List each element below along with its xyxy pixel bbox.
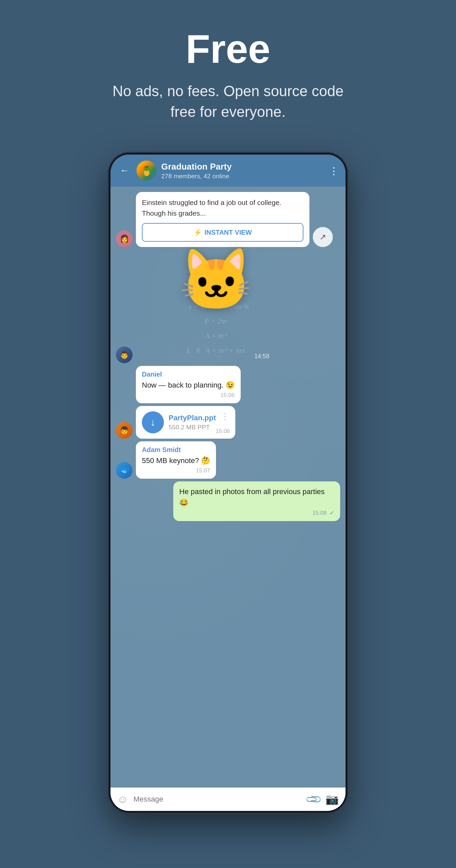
avatar-guy1: 👨 bbox=[116, 346, 132, 363]
back-button[interactable]: ← bbox=[117, 164, 132, 177]
cat-sticker: 🐱 bbox=[156, 250, 276, 310]
phone-screen: ← 🍍 Graduation Party 278 members, 42 onl… bbox=[111, 155, 345, 811]
adam-message-row: 🧢 Adam Smidt 550 MB keynote? 🤔 15:07 bbox=[116, 441, 340, 479]
message-check: ✓ bbox=[330, 510, 334, 516]
instant-view-label: INSTANT VIEW bbox=[205, 229, 252, 236]
avatar-guy3: 🧢 bbox=[116, 462, 132, 479]
download-icon: ↓ bbox=[151, 416, 156, 428]
avatar-guy2: 👦 bbox=[116, 422, 132, 439]
adam-time: 15:07 bbox=[142, 467, 210, 474]
file-message-row: 👦 ↓ PartyPlan.ppt 550.2 MB PPT ⋮ 15:06 bbox=[116, 406, 340, 439]
chat-header: ← 🍍 Graduation Party 278 members, 42 onl… bbox=[111, 155, 345, 187]
share-icon: ↗ bbox=[320, 232, 326, 242]
group-avatar-emoji: 🍍 bbox=[141, 165, 153, 176]
instant-view-row: 👩 Einstein struggled to find a job out o… bbox=[116, 192, 340, 247]
instant-view-card: Einstein struggled to find a job out of … bbox=[136, 192, 309, 247]
daniel-text: Now — back to planning. 😉 bbox=[142, 380, 235, 391]
daniel-message-row: Daniel Now — back to planning. 😉 15:06 bbox=[116, 366, 340, 403]
file-name: PartyPlan.ppt bbox=[169, 414, 216, 422]
avatar-girl: 👩 bbox=[116, 230, 132, 247]
phone-frame: ← 🍍 Graduation Party 278 members, 42 onl… bbox=[108, 152, 348, 814]
attach-button[interactable]: 📎 bbox=[304, 790, 323, 809]
phone-wrapper: ← 🍍 Graduation Party 278 members, 42 onl… bbox=[108, 152, 348, 814]
share-button[interactable]: ↗ bbox=[313, 227, 333, 247]
daniel-bubble: Daniel Now — back to planning. 😉 15:06 bbox=[136, 366, 241, 403]
group-name: Graduation Party bbox=[161, 162, 324, 172]
chat-body: 👩 Einstein struggled to find a job out o… bbox=[111, 187, 345, 787]
emoji-button[interactable]: ☺ bbox=[117, 793, 128, 806]
adam-sender: Adam Smidt bbox=[142, 446, 210, 454]
sticker-time: 14:58 bbox=[254, 353, 269, 360]
chat-header-info: Graduation Party 278 members, 42 online bbox=[161, 162, 324, 180]
outgoing-bubble: He pasted in photos from all previous pa… bbox=[173, 482, 340, 521]
chat-menu-button[interactable]: ⋮ bbox=[329, 165, 339, 177]
outgoing-message-row: He pasted in photos from all previous pa… bbox=[116, 482, 340, 521]
adam-text: 550 MB keynote? 🤔 bbox=[142, 455, 210, 466]
sticker-row: 👨 t = πr² A = ½ θ V = l³ s = √r² + h² ⅓π… bbox=[116, 250, 340, 363]
outgoing-time: 15:08 ✓ bbox=[179, 509, 334, 517]
hero-section: Free No ads, no fees. Open source code f… bbox=[85, 0, 371, 142]
camera-button[interactable]: 📷 bbox=[326, 793, 339, 806]
outgoing-text: He pasted in photos from all previous pa… bbox=[179, 486, 334, 508]
file-download-button[interactable]: ↓ bbox=[142, 411, 164, 433]
iv-text: Einstein struggled to find a job out of … bbox=[142, 197, 303, 218]
file-info: PartyPlan.ppt 550.2 MB PPT bbox=[169, 414, 216, 431]
file-size: 550.2 MB PPT bbox=[169, 424, 216, 431]
group-avatar: 🍍 bbox=[136, 161, 157, 181]
daniel-sender: Daniel bbox=[142, 371, 235, 378]
daniel-time: 15:06 bbox=[142, 392, 235, 399]
instant-view-button[interactable]: ⚡ INSTANT VIEW bbox=[142, 223, 303, 242]
file-bubble: ↓ PartyPlan.ppt 550.2 MB PPT ⋮ 15:06 bbox=[136, 406, 235, 439]
file-menu-button[interactable]: ⋮ bbox=[221, 411, 229, 422]
file-time: 15:06 bbox=[216, 428, 230, 435]
message-input[interactable] bbox=[133, 795, 301, 804]
hero-title: Free bbox=[98, 27, 358, 71]
group-status: 278 members, 42 online bbox=[161, 173, 324, 180]
chat-input-bar: ☺ 📎 📷 bbox=[111, 787, 345, 811]
hero-subtitle: No ads, no fees. Open source code free f… bbox=[98, 81, 358, 122]
sticker-container: t = πr² A = ½ θ V = l³ s = √r² + h² ⅓πr²… bbox=[156, 250, 276, 363]
adam-bubble: Adam Smidt 550 MB keynote? 🤔 15:07 bbox=[136, 441, 216, 479]
instant-view-icon: ⚡ bbox=[193, 228, 202, 236]
